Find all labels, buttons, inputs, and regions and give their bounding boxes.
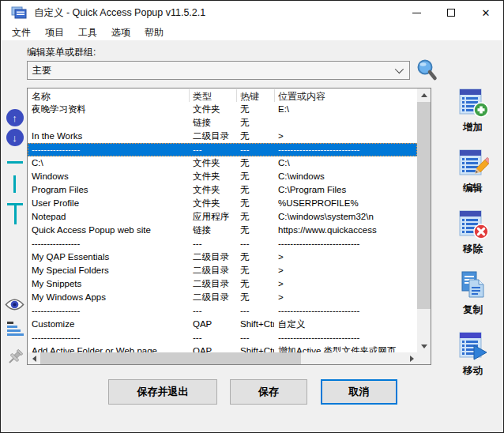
table-row[interactable]: User Profile 文件夹 无 %USERPROFILE% — [28, 197, 417, 210]
close-icon: ✕ — [482, 8, 491, 18]
table-row[interactable]: Quick Access Popup web site 链接 无 https:/… — [28, 224, 417, 237]
table-row[interactable]: ---------------- --- --- ---------------… — [28, 143, 417, 156]
separator-line-icon — [7, 161, 23, 164]
minimize-button[interactable] — [399, 1, 434, 24]
vertical-scroll-thumb[interactable] — [417, 102, 431, 309]
items-listview: 名称 类型 热键 位置或内容 夜晚学习资料 文件夹 无 E:\ 链接 无 In … — [27, 88, 431, 365]
cell-location: C:\windows — [274, 170, 417, 183]
cell-location: C:\ — [274, 156, 417, 170]
cell-hotkey: Shift+Ctrl+C — [236, 318, 274, 331]
table-row[interactable]: ---------------- --- --- ---------------… — [28, 304, 417, 318]
cell-hotkey: 无 — [236, 183, 274, 197]
table-row[interactable]: My Windows Apps 二级目录 无 > — [28, 291, 417, 304]
menu-options[interactable]: 选项 — [104, 24, 137, 41]
cell-location: --------------------------- — [274, 331, 417, 345]
copy-icon — [457, 270, 489, 302]
table-row[interactable]: ---------------- --- --- ---------------… — [28, 331, 417, 345]
cell-name: User Profile — [28, 197, 189, 210]
chevron-down-icon — [395, 65, 404, 73]
toggle-visibility-button[interactable] — [5, 297, 24, 312]
table-row[interactable]: Program Files 文件夹 无 C:\Program Files — [28, 183, 417, 197]
cell-type: 二级目录 — [189, 250, 236, 264]
cell-hotkey: 无 — [236, 210, 274, 224]
table-row[interactable]: 链接 无 — [28, 116, 417, 130]
remove-button[interactable]: 移除 — [443, 209, 502, 256]
horizontal-scroll-thumb[interactable] — [40, 352, 301, 364]
cell-hotkey: 无 — [236, 291, 274, 304]
menu-item[interactable]: 项目 — [38, 24, 71, 41]
cell-type: 二级目录 — [189, 264, 236, 277]
add-menu-separator-button[interactable] — [5, 203, 24, 225]
menu-group-select[interactable]: 主要 — [27, 61, 410, 80]
cell-location: C:\windows\system32\n — [274, 210, 417, 224]
menu-tools[interactable]: 工具 — [71, 24, 104, 41]
column-header-name[interactable]: 名称 — [28, 88, 189, 103]
table-row[interactable]: Customize QAP Shift+Ctrl+C 自定义 — [28, 318, 417, 331]
cell-hotkey: 无 — [236, 197, 274, 210]
column-header-hotkey[interactable]: 热键 — [236, 88, 274, 103]
add-icon — [457, 88, 489, 119]
table-row[interactable]: Windows 文件夹 无 C:\windows — [28, 170, 417, 183]
cell-location: %USERPROFILE% — [274, 197, 417, 210]
edit-button[interactable]: 编辑 — [443, 149, 502, 195]
cell-location: > — [274, 130, 417, 143]
sort-icon — [6, 321, 24, 337]
column-divider[interactable] — [236, 89, 237, 102]
maximize-button[interactable] — [434, 1, 468, 24]
cell-name: Windows — [28, 170, 189, 183]
cell-type: 链接 — [189, 224, 236, 237]
copy-button[interactable]: 复制 — [443, 270, 502, 317]
sort-button[interactable] — [5, 321, 24, 337]
menu-help[interactable]: 帮助 — [137, 24, 171, 41]
table-row[interactable]: In the Works 二级目录 无 > — [28, 130, 417, 143]
cell-name: Notepad — [28, 210, 189, 224]
copy-button-label: 复制 — [463, 303, 483, 317]
add-button[interactable]: 增加 — [443, 88, 502, 134]
move-up-button[interactable]: ↑ — [5, 109, 24, 126]
cell-type: --- — [189, 304, 236, 318]
horizontal-scrollbar[interactable] — [28, 352, 418, 364]
vertical-scrollbar[interactable] — [417, 88, 431, 352]
cell-name: ---------------- — [28, 304, 189, 318]
close-button[interactable]: ✕ — [468, 1, 503, 24]
table-row[interactable]: ---------------- --- --- ---------------… — [28, 237, 417, 250]
menu-file[interactable]: 文件 — [5, 24, 38, 41]
app-icon — [11, 6, 27, 19]
cell-location — [274, 116, 417, 130]
add-separator-button[interactable] — [5, 161, 24, 164]
save-button[interactable]: 保存 — [230, 379, 307, 405]
table-row[interactable]: My Special Folders 二级目录 无 > — [28, 264, 417, 277]
table-row[interactable]: 夜晚学习资料 文件夹 无 E:\ — [28, 103, 417, 116]
move-down-button[interactable]: ↓ — [5, 129, 24, 146]
table-row[interactable]: C:\ 文件夹 无 C:\ — [28, 156, 417, 170]
cell-name: My Special Folders — [28, 264, 189, 277]
minimize-icon — [412, 13, 421, 13]
add-column-break-button[interactable] — [5, 175, 24, 193]
pin-icon — [6, 348, 24, 369]
cell-type: --- — [189, 331, 236, 345]
column-divider[interactable] — [274, 89, 275, 102]
arrow-right-icon — [410, 356, 414, 362]
cell-hotkey: 无 — [236, 103, 274, 116]
scroll-up-button[interactable] — [417, 88, 431, 101]
column-header-location[interactable]: 位置或内容 — [274, 88, 417, 103]
cancel-button[interactable]: 取消 — [321, 379, 397, 405]
table-row[interactable]: Notepad 应用程序 无 C:\windows\system32\n — [28, 210, 417, 224]
arrow-up-icon — [421, 93, 427, 97]
cell-location: --------------------------- — [274, 304, 417, 318]
cell-hotkey: 无 — [236, 156, 274, 170]
table-row[interactable]: My Snippets 二级目录 无 > — [28, 277, 417, 291]
scroll-right-button[interactable] — [405, 352, 418, 364]
cell-name: Customize — [28, 318, 189, 331]
cell-name: Program Files — [28, 183, 189, 197]
scroll-down-button[interactable] — [417, 340, 431, 352]
pin-button[interactable] — [5, 348, 24, 369]
column-header-type[interactable]: 类型 — [189, 88, 236, 103]
save-and-exit-button[interactable]: 保存并退出 — [108, 379, 217, 405]
cell-type: 文件夹 — [189, 183, 236, 197]
search-button[interactable] — [416, 58, 439, 83]
move-button[interactable]: 移动 — [443, 331, 502, 378]
column-divider[interactable] — [189, 89, 190, 102]
table-row[interactable]: My QAP Essentials 二级目录 无 > — [28, 250, 417, 264]
scroll-left-button[interactable] — [28, 352, 40, 364]
